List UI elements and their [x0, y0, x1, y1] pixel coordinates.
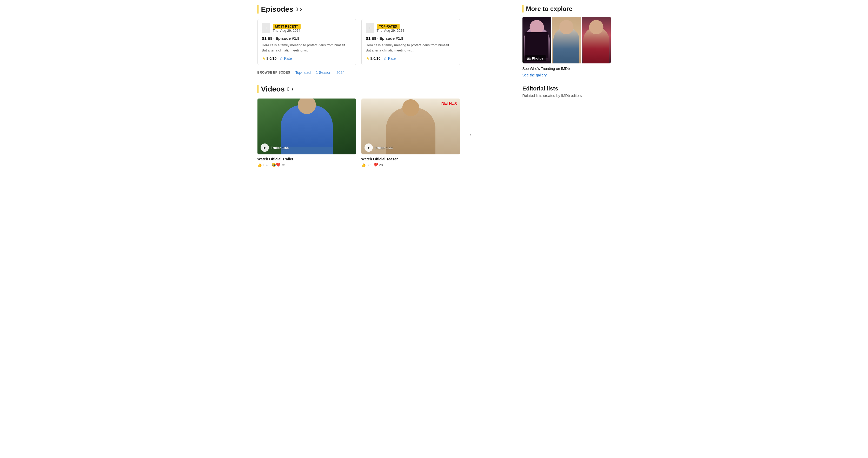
play-icon-2: ▶	[368, 146, 370, 149]
episode-date-2: Thu, Aug 29, 2024	[377, 29, 404, 32]
video-card-2: NETFLIX ▶ Trailer 1:33 Watch Official Te…	[361, 98, 460, 167]
editorial-title: Editorial lists	[523, 85, 611, 92]
rate-label-2: Rate	[388, 56, 396, 61]
episodes-title-text: Episodes	[261, 5, 293, 13]
heart-icon-2: ❤️	[374, 163, 378, 167]
browse-link-year[interactable]: 2024	[336, 70, 344, 74]
card-top-1: + MOST RECENT Thu, Aug 29, 2024	[262, 23, 352, 33]
videos-count: 6	[287, 87, 289, 92]
photo-cell-3	[582, 17, 611, 63]
laughs-1: 😂❤️ 75	[272, 163, 285, 167]
likes-count-1: 182	[263, 163, 269, 167]
star-rating-1: ★ 8.0/10	[262, 56, 277, 61]
videos-cards-container: ▶ Trailer 1:55 Watch Official Trailer 👍 …	[257, 98, 512, 167]
photos-label-overlay: 🖼 Photos	[525, 55, 546, 61]
rate-button-1[interactable]: ☆ Rate	[280, 56, 292, 61]
play-icon-1: ▶	[264, 146, 266, 149]
videos-title-text: Videos	[261, 85, 285, 93]
card-rating-2: ★ 8.0/10 ☆ Rate	[366, 56, 456, 61]
likes-2: 👍 39	[361, 163, 370, 167]
card-rating-1: ★ 8.0/10 ☆ Rate	[262, 56, 352, 61]
star-icon-2: ★	[366, 56, 369, 61]
rate-button-2[interactable]: ☆ Rate	[383, 56, 396, 61]
episode-label-2: S1.E8 · Episode #1.8	[366, 36, 456, 40]
browse-link-top-rated[interactable]: Top-rated	[296, 70, 311, 74]
browse-link-season[interactable]: 1 Season	[316, 70, 331, 74]
video-reactions-1: 👍 182 😂❤️ 75	[257, 163, 356, 167]
video-title-1: Watch Official Trailer	[257, 157, 356, 161]
netflix-badge: NETFLIX	[441, 101, 457, 106]
video-card-1: ▶ Trailer 1:55 Watch Official Trailer 👍 …	[257, 98, 356, 167]
likes-count-2: 39	[367, 163, 370, 167]
see-gallery-link[interactable]: See the gallery	[523, 73, 547, 77]
episodes-count: 8	[296, 7, 298, 12]
video-duration-2: Trailer 1:33	[375, 146, 393, 150]
videos-title: Videos 6 ›	[257, 85, 293, 93]
browse-episodes-label: BROWSE EPISODES	[257, 71, 290, 74]
video-thumbnail-1[interactable]: ▶ Trailer 1:55	[257, 98, 356, 154]
video-reactions-2: 👍 39 ❤️ 28	[361, 163, 460, 167]
hearts-count-2: 28	[379, 163, 383, 167]
more-to-explore-section: More to explore	[523, 5, 611, 78]
card-meta-1: MOST RECENT Thu, Aug 29, 2024	[273, 24, 301, 32]
star-rating-2: ★ 8.0/10	[366, 56, 381, 61]
episodes-cards-container: + MOST RECENT Thu, Aug 29, 2024 S1.E8 · …	[257, 19, 512, 65]
video-title-2: Watch Official Teaser	[361, 157, 460, 161]
add-to-watchlist-btn-2[interactable]: +	[366, 23, 374, 33]
add-to-watchlist-btn-1[interactable]: +	[262, 23, 270, 33]
play-button-1[interactable]: ▶	[260, 144, 269, 152]
episode-card-2: + TOP-RATED Thu, Aug 29, 2024 S1.E8 · Ep…	[361, 19, 460, 65]
photos-label-text: Photos	[532, 56, 544, 60]
trending-text: See Who's Trending on IMDb	[523, 66, 611, 71]
editorial-desc: Related lists created by IMDb editors	[523, 94, 611, 98]
play-button-2[interactable]: ▶	[365, 144, 373, 152]
likes-1: 👍 182	[257, 163, 269, 167]
videos-header: Videos 6 ›	[257, 85, 512, 93]
sidebar: More to explore	[523, 5, 611, 177]
editorial-lists-section: Editorial lists Related lists created by…	[523, 85, 611, 98]
photo-cell-2	[552, 17, 581, 63]
laughs-count-1: 75	[281, 163, 285, 167]
thumbs-up-icon-1: 👍	[257, 163, 262, 167]
videos-arrow-icon[interactable]: ›	[291, 86, 293, 93]
rating-value-1: 8.0/10	[267, 56, 277, 61]
episode-card-1: + MOST RECENT Thu, Aug 29, 2024 S1.E8 · …	[257, 19, 356, 65]
star-outline-icon-2: ☆	[383, 56, 387, 61]
episode-description-2: Hera calls a family meeting to protect Z…	[366, 42, 456, 53]
videos-next-arrow[interactable]: ›	[466, 130, 476, 140]
episodes-arrow-icon[interactable]: ›	[300, 6, 302, 13]
photos-camera-icon: 🖼	[527, 56, 530, 60]
explore-title: More to explore	[523, 5, 611, 12]
video-overlay-2: ▶ Trailer 1:33	[365, 144, 393, 152]
episode-description-1: Hera calls a family meeting to protect Z…	[262, 42, 352, 53]
episodes-header: Episodes 8 ›	[257, 5, 512, 13]
laugh-icon-1: 😂❤️	[272, 163, 280, 167]
star-outline-icon-1: ☆	[280, 56, 283, 61]
episode-date-1: Thu, Aug 29, 2024	[273, 29, 301, 32]
rating-value-2: 8.0/10	[370, 56, 381, 61]
videos-section: Videos 6 ›	[257, 85, 512, 167]
video-overlay-1: ▶ Trailer 1:55	[260, 144, 289, 152]
thumbs-up-icon-2: 👍	[361, 163, 366, 167]
hearts-2: ❤️ 28	[374, 163, 383, 167]
rate-label-1: Rate	[284, 56, 292, 61]
episodes-section: Episodes 8 › + MOST RECENT Thu, Aug 29, …	[257, 5, 512, 74]
browse-episodes-bar: BROWSE EPISODES Top-rated 1 Season 2024	[257, 70, 512, 74]
video-thumbnail-2[interactable]: NETFLIX ▶ Trailer 1:33	[361, 98, 460, 154]
episodes-title: Episodes 8 ›	[257, 5, 302, 13]
episode-label-1: S1.E8 · Episode #1.8	[262, 36, 352, 40]
photos-grid[interactable]: 🖼 Photos	[523, 17, 611, 63]
video-duration-1: Trailer 1:55	[271, 146, 289, 150]
card-meta-2: TOP-RATED Thu, Aug 29, 2024	[377, 24, 404, 32]
star-icon-1: ★	[262, 56, 266, 61]
card-top-2: + TOP-RATED Thu, Aug 29, 2024	[366, 23, 456, 33]
